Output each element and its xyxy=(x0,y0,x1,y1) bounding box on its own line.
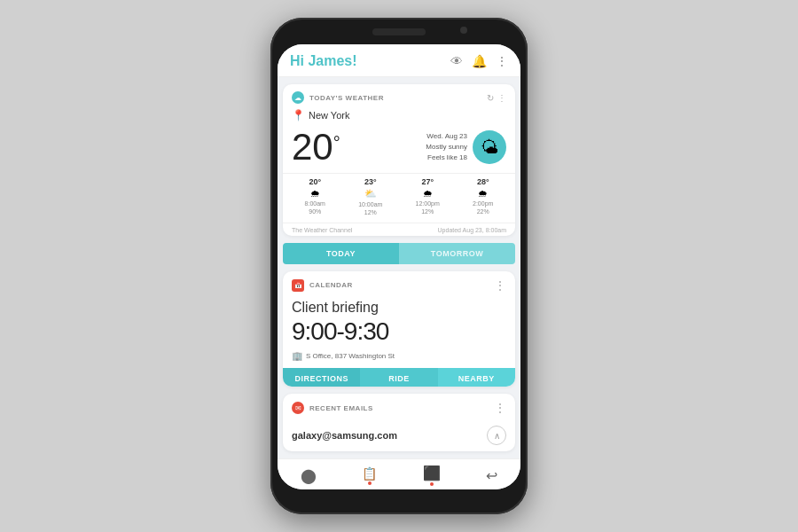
eye-icon[interactable]: 👁 xyxy=(450,54,463,68)
calendar-more-icon[interactable]: ⋮ xyxy=(494,278,506,293)
nav-apps-icon: ⬛ xyxy=(423,465,441,481)
nav-tasks-icon: 📋 xyxy=(362,466,377,481)
hourly-item-2: 27° 🌧 12:00pm 12% xyxy=(416,177,440,215)
hourly-item-0: 20° 🌧 8:00am 90% xyxy=(305,177,325,215)
calendar-event-time: 9:00-9:30 xyxy=(283,317,515,349)
notification-icon[interactable]: 🔔 xyxy=(472,54,487,68)
hourly-item-1: 23° ⛅ 10:00am 12% xyxy=(358,177,382,215)
email-card-header: ✉ RECENT EMAILS ⋮ xyxy=(283,394,515,419)
weather-more-icon[interactable]: ⋮ xyxy=(497,93,506,103)
weather-footer: The Weather Channel Updated Aug 23, 8:00… xyxy=(283,223,515,236)
email-address-text: galaxy@samsung.com xyxy=(292,430,397,441)
hourly-item-3: 28° 🌧 2:00pm 22% xyxy=(473,177,493,215)
email-section-icon: ✉ xyxy=(292,402,304,414)
weather-source: The Weather Channel xyxy=(292,227,352,233)
weather-section-label: TODAY'S WEATHER xyxy=(309,94,384,102)
greeting-text: Hi James! xyxy=(290,53,357,69)
weather-main-row: 20° Wed. Aug 23 Mostly sunny Feels like … xyxy=(283,125,515,173)
hourly-forecast-row: 20° 🌧 8:00am 90% 23° ⛅ 10:00am 12% 27° 🌧 xyxy=(283,173,515,223)
email-section-label: RECENT EMAILS xyxy=(309,404,373,412)
calendar-card: 📅 CALENDAR ⋮ Client briefing 9:00-9:30 🏢… xyxy=(283,271,515,387)
weather-card-header: ☁ TODAY'S WEATHER ↻ ⋮ xyxy=(283,84,515,107)
email-list-item: galaxy@samsung.com ∧ xyxy=(283,419,515,451)
email-expand-button[interactable]: ∧ xyxy=(487,426,506,445)
app-header: Hi James! 👁 🔔 ⋮ xyxy=(278,44,520,77)
weather-detail-right: Wed. Aug 23 Mostly sunny Feels like 18 🌤 xyxy=(426,130,506,164)
calendar-ride-button[interactable]: RIDE xyxy=(360,368,437,387)
calendar-location-icon: 🏢 xyxy=(292,351,302,361)
tab-tomorrow[interactable]: TOMORROW xyxy=(399,243,515,264)
calendar-directions-button[interactable]: DIRECTIONS xyxy=(283,368,360,387)
nav-tasks-badge xyxy=(368,481,372,485)
nav-apps-badge xyxy=(430,482,434,486)
nav-home[interactable]: ⬤ xyxy=(301,467,317,484)
phone-screen: Hi James! 👁 🔔 ⋮ ☁ TODAY'S WEATHER ↻ ⋮ xyxy=(278,44,520,489)
more-options-icon[interactable]: ⋮ xyxy=(496,54,508,68)
nav-back-icon: ↩ xyxy=(486,467,497,484)
calendar-section-icon: 📅 xyxy=(292,279,304,292)
calendar-card-header: 📅 CALENDAR ⋮ xyxy=(283,271,515,296)
weather-updated: Updated Aug 23, 8:00am xyxy=(438,227,506,233)
weather-header-actions: ↻ ⋮ xyxy=(487,93,506,103)
calendar-header-left: 📅 CALENDAR xyxy=(292,279,353,292)
header-icons-group: 👁 🔔 ⋮ xyxy=(450,54,508,68)
phone-wrapper: Hi James! 👁 🔔 ⋮ ☁ TODAY'S WEATHER ↻ ⋮ xyxy=(270,18,528,514)
nav-home-icon: ⬤ xyxy=(301,467,317,484)
calendar-location-text: S Office, 837 Washington St xyxy=(306,352,395,360)
email-header-left: ✉ RECENT EMAILS xyxy=(292,402,373,414)
weather-header-left: ☁ TODAY'S WEATHER xyxy=(292,91,384,104)
weather-section-icon: ☁ xyxy=(292,91,304,104)
calendar-nearby-button[interactable]: NEARBY xyxy=(438,368,515,387)
calendar-location-row: 🏢 S Office, 837 Washington St xyxy=(283,349,515,368)
weather-location-text: New York xyxy=(309,110,349,121)
weather-condition-icon: 🌤 xyxy=(473,130,506,164)
location-pin-icon: 📍 xyxy=(292,109,305,121)
calendar-event-title: Client briefing xyxy=(283,296,515,317)
nav-apps[interactable]: ⬛ xyxy=(423,465,441,486)
weather-temperature: 20° xyxy=(292,129,340,166)
email-card: ✉ RECENT EMAILS ⋮ galaxy@samsung.com ∧ xyxy=(283,394,515,451)
calendar-section-label: CALENDAR xyxy=(309,281,353,289)
weather-tabs: TODAY TOMORROW xyxy=(283,243,515,264)
weather-description: Wed. Aug 23 Mostly sunny Feels like 18 xyxy=(426,131,467,163)
weather-card: ☁ TODAY'S WEATHER ↻ ⋮ 📍 New York 20° xyxy=(283,84,515,236)
calendar-actions-row: DIRECTIONS RIDE NEARBY xyxy=(283,368,515,387)
weather-refresh-icon[interactable]: ↻ xyxy=(487,93,494,103)
tab-today[interactable]: TODAY xyxy=(283,243,399,264)
nav-tasks[interactable]: 📋 xyxy=(362,466,377,485)
weather-location-row: 📍 New York xyxy=(283,107,515,125)
email-more-icon[interactable]: ⋮ xyxy=(494,401,506,415)
bottom-navigation: ⬤ 📋 ⬛ ↩ xyxy=(278,458,520,489)
scroll-content: ☁ TODAY'S WEATHER ↻ ⋮ 📍 New York 20° xyxy=(278,77,520,458)
nav-back[interactable]: ↩ xyxy=(486,467,497,484)
